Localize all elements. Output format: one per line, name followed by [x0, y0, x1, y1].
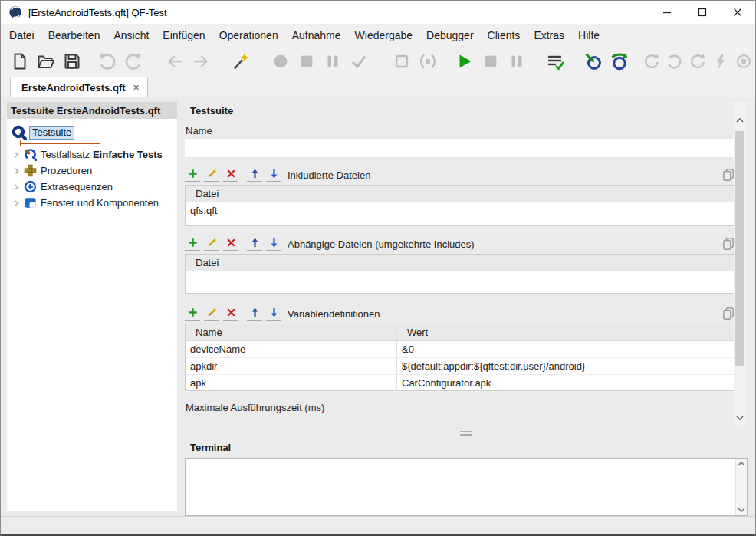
move-down-button[interactable]: [266, 307, 281, 321]
fenster-icon: [24, 196, 37, 209]
pause-icon: [507, 51, 527, 71]
pause-run-button[interactable]: [504, 49, 530, 74]
new-file-button[interactable]: [7, 49, 33, 74]
menu-ansicht[interactable]: Ansicht: [107, 26, 156, 44]
expand-chevron-icon[interactable]: [10, 149, 22, 161]
delete-button[interactable]: [223, 237, 238, 251]
x-icon: [225, 237, 237, 248]
stop-record-button[interactable]: [294, 49, 320, 74]
terminal-output[interactable]: [185, 458, 748, 516]
move-down-button[interactable]: [266, 237, 281, 251]
record-button[interactable]: [268, 49, 294, 74]
edit-button[interactable]: [204, 307, 219, 321]
menu-hilfe[interactable]: Hilfe: [571, 26, 606, 44]
terminal-scrollbar[interactable]: [735, 459, 747, 515]
redo-button[interactable]: [120, 49, 146, 74]
menu-datei[interactable]: Datei: [2, 26, 41, 44]
tree-node-label: Extrasequenzen: [41, 181, 113, 192]
maximize-icon: [698, 8, 707, 17]
menu-clients[interactable]: Clients: [481, 26, 528, 44]
menu-extras[interactable]: Extras: [527, 26, 571, 44]
splitter-grip-icon[interactable]: [460, 429, 472, 437]
app-logo-icon: [8, 5, 22, 19]
record-hotkey-button[interactable]: [415, 49, 441, 74]
expand-chevron-icon[interactable]: [10, 197, 22, 209]
record-component-icon: [418, 51, 438, 71]
tree-node-fenster-und-komponenten[interactable]: Fenster und Komponenten: [10, 195, 177, 211]
expand-chevron-icon[interactable]: [10, 165, 22, 177]
run-log-button[interactable]: [542, 49, 568, 74]
move-up-button[interactable]: [247, 237, 262, 251]
edit-button[interactable]: [204, 237, 219, 251]
tab-erste-android-tests[interactable]: ErsteAndroidTests.qft ×: [10, 77, 148, 97]
tab-bar: ErsteAndroidTests.qft ×: [1, 76, 755, 97]
menu-aufnahme[interactable]: Aufnahme: [285, 26, 348, 44]
delete-button[interactable]: [223, 168, 238, 182]
tree-node-prozeduren[interactable]: Prozeduren: [10, 163, 177, 179]
interrupt-button[interactable]: [709, 49, 732, 74]
step-out-button[interactable]: [640, 49, 663, 74]
nav-forward-button[interactable]: [188, 49, 214, 74]
name-input[interactable]: [185, 139, 735, 157]
terminal-title: Terminal: [190, 442, 231, 453]
record-component-button[interactable]: [389, 49, 415, 74]
menu-operationen[interactable]: Operationen: [212, 26, 285, 44]
undo-button[interactable]: [94, 49, 120, 74]
scroll-down-icon[interactable]: [736, 415, 744, 421]
close-button[interactable]: [720, 1, 755, 24]
tree-node-testfallsatz[interactable]: Testfallsatz Einfache Tests: [10, 146, 177, 163]
breakpoint-button[interactable]: [732, 49, 755, 74]
main-toolbar: [1, 47, 755, 76]
pause-record-button[interactable]: [320, 49, 346, 74]
table-row[interactable]: apk CarConfigurator.apk: [186, 375, 735, 392]
step-into-button[interactable]: [580, 49, 606, 74]
menu-wiedergabe[interactable]: Wiedergabe: [348, 26, 420, 44]
quickstart-wizard-button[interactable]: [228, 49, 254, 74]
maximize-button[interactable]: [685, 1, 720, 24]
step-return-icon: [689, 52, 707, 71]
step-over-button[interactable]: [606, 49, 633, 74]
add-button[interactable]: [185, 168, 200, 182]
table-row[interactable]: apkdir ${default:appdir:${qftest:dir.use…: [186, 358, 735, 375]
expand-chevron-icon[interactable]: [10, 181, 22, 193]
save-icon: [62, 51, 82, 71]
save-button[interactable]: [59, 49, 85, 74]
open-file-button[interactable]: [33, 49, 59, 74]
menu-einfuegen[interactable]: Einfügen: [156, 26, 212, 44]
tab-close-icon[interactable]: ×: [133, 81, 140, 94]
step-skip-button[interactable]: [663, 49, 686, 74]
nav-back-button[interactable]: [162, 49, 188, 74]
move-down-button[interactable]: [266, 168, 281, 182]
add-button[interactable]: [185, 307, 200, 321]
scroll-down-icon[interactable]: [738, 507, 745, 513]
play-button[interactable]: [452, 49, 478, 74]
testsuite-tree-panel: Testsuite ErsteAndroidTests.qft Testsuit…: [7, 102, 177, 511]
move-up-button[interactable]: [247, 168, 262, 182]
table-header-row: Name Wert: [186, 324, 735, 341]
table-row[interactable]: qfs.qft: [186, 202, 735, 219]
table-header-row: Datei: [186, 255, 735, 271]
stop-run-button[interactable]: [478, 49, 504, 74]
terminal-splitter[interactable]: [185, 427, 748, 439]
scroll-up-icon[interactable]: [738, 461, 745, 467]
arrow-down-icon: [268, 307, 280, 318]
menu-bearbeiten[interactable]: Bearbeiten: [41, 26, 107, 44]
section-title: Inkludierte Dateien: [288, 169, 370, 181]
add-button[interactable]: [185, 237, 200, 251]
step-return-button[interactable]: [686, 49, 709, 74]
tree-node-testsuite[interactable]: Testsuite: [10, 123, 177, 142]
included-files-toolbar: Inkludierte Dateien: [185, 167, 735, 183]
table-row[interactable]: deviceName &0: [186, 341, 735, 358]
minimize-button[interactable]: [649, 1, 685, 24]
move-up-button[interactable]: [247, 307, 262, 321]
scroll-up-icon[interactable]: [736, 117, 744, 123]
record-check-button[interactable]: [346, 49, 372, 74]
max-exec-time-label: Maximale Ausführungszeit (ms): [186, 402, 735, 413]
tree-node-name-editor[interactable]: Testsuite: [29, 126, 74, 140]
scrollbar-thumb[interactable]: [735, 131, 744, 366]
details-scrollbar[interactable]: [734, 102, 746, 427]
edit-button[interactable]: [204, 168, 219, 182]
delete-button[interactable]: [223, 307, 238, 321]
tree-node-extrasequenzen[interactable]: Extrasequenzen: [10, 179, 177, 195]
menu-debugger[interactable]: Debugger: [419, 26, 481, 44]
